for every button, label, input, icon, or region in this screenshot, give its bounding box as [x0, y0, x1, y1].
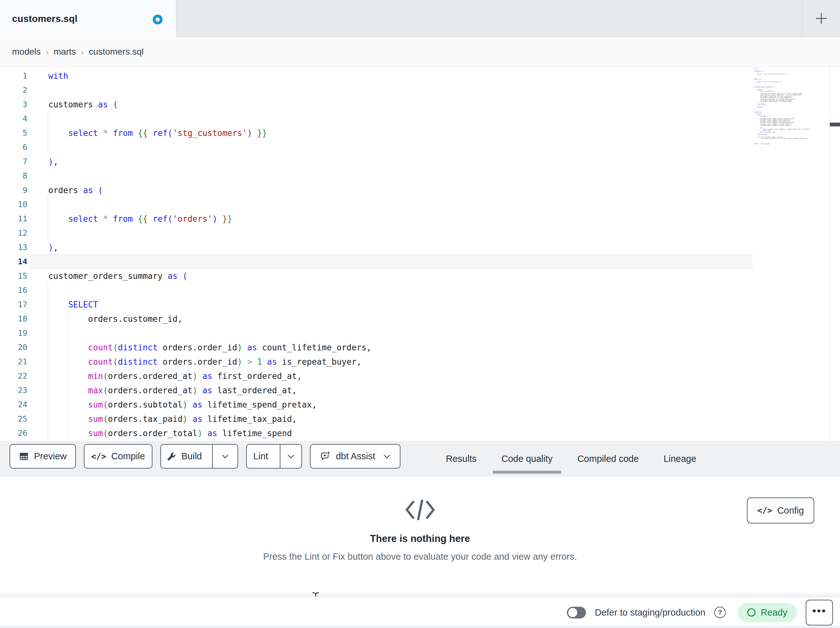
code-quality-panel: </> Config There is nothing here Press t… [0, 476, 840, 596]
status-bar: Defer to staging/production ? Ready ••• [0, 596, 840, 628]
code-line[interactable]: 9orders as ( [0, 183, 829, 197]
editor-tab-bar: customers.sql [0, 0, 840, 37]
lint-dropdown-button[interactable] [280, 445, 302, 468]
panel-drag-handle[interactable] [830, 123, 840, 127]
ready-circle-icon [747, 608, 756, 617]
toggle-knob [568, 608, 577, 617]
code-text: count(distinct orders.order_id) as count… [27, 343, 371, 352]
indent-guide [47, 326, 48, 340]
line-number: 15 [0, 271, 27, 280]
line-number: 4 [0, 114, 27, 123]
code-line[interactable]: 26 sum(orders.order_total) as lifetime_s… [0, 426, 829, 440]
code-line[interactable]: 5 select * from {{ ref('stg_customers') … [0, 126, 829, 140]
line-number: 7 [0, 157, 27, 166]
indent-guide [67, 326, 68, 340]
code-text: min(orders.ordered_at) as first_ordered_… [27, 371, 302, 381]
code-line[interactable]: 7), [0, 154, 829, 169]
line-number: 23 [0, 386, 27, 395]
code-line[interactable]: 20 count(distinct orders.order_id) as co… [0, 340, 829, 354]
ellipsis-icon: ••• [812, 611, 827, 614]
panel-tab-code-quality[interactable]: Code quality [502, 454, 553, 464]
code-line[interactable]: 14 [0, 255, 829, 269]
code-line[interactable]: 17 SELECT [0, 297, 829, 312]
breadcrumb-item-file[interactable]: customers.sql [89, 47, 144, 57]
code-line[interactable]: 15customer_orders_summary as ( [0, 269, 829, 283]
defer-label: Defer to staging/production [595, 607, 705, 618]
code-line[interactable]: 6 [0, 140, 829, 154]
line-number: 17 [0, 300, 27, 309]
line-number: 1 [0, 71, 27, 81]
line-number: 14 [0, 257, 27, 266]
code-text: ), [27, 243, 58, 252]
panel-tab-compiled-code[interactable]: Compiled code [577, 454, 639, 464]
line-number: 22 [0, 371, 27, 381]
code-text: sum(orders.subtotal) as lifetime_spend_p… [27, 400, 317, 410]
assist-chat-sparkle-icon [320, 451, 331, 462]
chevron-right-icon: › [81, 47, 84, 57]
indent-guide [47, 197, 48, 212]
line-number: 12 [0, 228, 27, 237]
breadcrumb: models › marts › customers.sql [12, 37, 144, 66]
indent-guide [47, 283, 48, 297]
line-number: 19 [0, 329, 27, 338]
status-badge-label: Ready [761, 607, 787, 618]
overflow-menu-button[interactable]: ••• [806, 600, 833, 625]
line-number: 18 [0, 314, 27, 323]
code-line[interactable]: 10 [0, 197, 829, 212]
code-line[interactable]: 4 [0, 111, 829, 126]
build-dropdown-button[interactable] [212, 445, 238, 468]
code-line[interactable]: 2 [0, 83, 829, 97]
defer-toggle[interactable] [567, 607, 586, 619]
status-badge: Ready [738, 603, 797, 622]
build-button-main[interactable]: Build [161, 445, 207, 468]
code-brackets-icon: </> [91, 452, 106, 461]
panel-tab-results[interactable]: Results [446, 454, 477, 464]
code-text: max(orders.ordered_at) as last_ordered_a… [27, 386, 297, 395]
help-icon[interactable]: ? [714, 607, 726, 618]
code-line[interactable]: 22 min(orders.ordered_at) as first_order… [0, 369, 829, 383]
lint-button-main[interactable]: Lint [247, 445, 275, 468]
line-number: 21 [0, 357, 27, 366]
editor-minimap[interactable]: with customers as ( select * from {{ ref… [754, 68, 829, 147]
file-tab-customers-sql[interactable]: customers.sql [0, 0, 176, 37]
dbt-assist-button[interactable]: dbt Assist [310, 444, 401, 468]
chevron-right-icon: › [46, 47, 49, 57]
code-text: orders as ( [27, 185, 103, 195]
code-line[interactable]: 19 [0, 326, 829, 340]
code-line[interactable]: 24 sum(orders.subtotal) as lifetime_spen… [0, 397, 829, 412]
editor-toolbar: Preview </> Compile Build [0, 441, 840, 476]
code-line[interactable]: 1with [0, 69, 829, 83]
code-line[interactable]: 16 [0, 283, 829, 297]
code-line[interactable]: 21 count(distinct orders.order_id) > 1 a… [0, 354, 829, 369]
chevron-down-icon [287, 454, 295, 459]
breadcrumb-item-marts[interactable]: marts [54, 47, 76, 57]
code-editor[interactable]: 1with23customers as (45 select * from {{… [0, 67, 829, 441]
code-line[interactable]: 11 select * from {{ ref('orders') }} [0, 212, 829, 226]
code-line[interactable]: 25 sum(orders.tax_paid) as lifetime_tax_… [0, 412, 829, 426]
code-line[interactable]: 18 orders.customer_id, [0, 312, 829, 326]
line-number: 8 [0, 171, 27, 180]
compile-button[interactable]: </> Compile [84, 444, 152, 468]
breadcrumb-item-models[interactable]: models [12, 47, 41, 57]
code-text: select * from {{ ref('orders') }} [27, 214, 232, 224]
code-text: count(distinct orders.order_id) > 1 as i… [27, 357, 362, 367]
compile-button-label: Compile [111, 451, 145, 462]
build-button[interactable]: Build [160, 444, 238, 468]
chevron-down-icon [221, 454, 229, 459]
lint-button[interactable]: Lint [246, 444, 302, 468]
new-tab-button[interactable] [808, 6, 834, 31]
code-line[interactable]: 12 [0, 226, 829, 240]
code-text: select * from {{ ref('stg_customers') }} [27, 128, 267, 138]
code-line[interactable]: 23 max(orders.ordered_at) as last_ordere… [0, 383, 829, 397]
line-number: 3 [0, 100, 27, 109]
line-number: 13 [0, 243, 27, 252]
wrench-icon [166, 451, 176, 462]
code-line[interactable]: 13), [0, 240, 829, 255]
preview-button[interactable]: Preview [9, 444, 76, 468]
panel-tab-lineage[interactable]: Lineage [663, 454, 696, 464]
line-number: 11 [0, 214, 27, 223]
code-text: orders.customer_id, [27, 314, 183, 324]
code-line[interactable]: 8 [0, 169, 829, 183]
code-line[interactable]: 3customers as ( [0, 97, 829, 111]
line-number: 9 [0, 185, 27, 195]
